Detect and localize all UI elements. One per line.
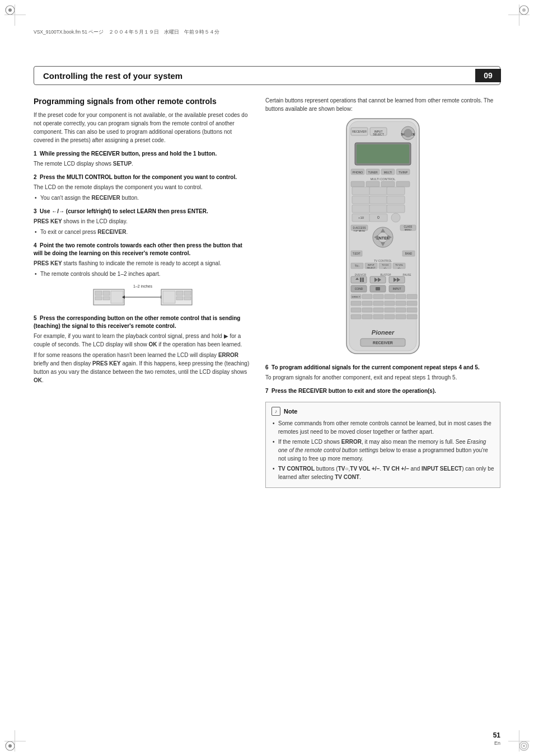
note-title: ♪ Note (271, 407, 494, 416)
step-5-heading: 5 Press the corresponding button on the … (34, 314, 252, 330)
note-icon: ♪ (271, 407, 280, 416)
step-2-heading: 2 Press the MULTI CONTROL button for the… (34, 173, 252, 181)
svg-rect-55 (366, 181, 380, 187)
chapter-badge: 09 (475, 69, 501, 82)
page-title: Controlling the rest of your system (43, 71, 182, 81)
svg-rect-57 (396, 181, 410, 187)
svg-rect-3 (15, 4, 15, 26)
svg-rect-7 (519, 4, 519, 26)
svg-rect-131 (362, 294, 372, 299)
svg-text:PAUSE: PAUSE (403, 274, 411, 276)
page-number: 51 (493, 731, 500, 739)
svg-rect-137 (362, 301, 372, 306)
svg-rect-151 (385, 314, 395, 319)
step-3-heading: 3 Use ←/→ (cursor left/right) to select … (34, 208, 252, 215)
svg-rect-153 (407, 314, 417, 319)
svg-text:BAND: BAND (405, 252, 413, 255)
svg-text:BL/STOP: BL/STOP (381, 274, 391, 276)
svg-point-42 (404, 129, 412, 137)
svg-rect-56 (381, 181, 395, 187)
corner-decoration-tr (508, 4, 530, 26)
step-5-body-1: For example, if you want to learn the pl… (34, 332, 252, 349)
svg-text:0: 0 (377, 215, 380, 219)
svg-rect-67 (352, 196, 370, 204)
svg-text:DIRECT: DIRECT (352, 295, 360, 298)
svg-text:COND: COND (355, 287, 363, 290)
svg-rect-140 (396, 301, 406, 306)
svg-rect-32 (184, 297, 191, 300)
svg-rect-134 (396, 294, 406, 299)
step-2-bullet-1: You can't assign the RECEIVER button. (34, 194, 252, 202)
svg-rect-31 (184, 291, 191, 295)
section-intro: If the preset code for your component is… (34, 111, 252, 144)
step-5-body-2: If for some reasons the operation hasn't… (34, 351, 252, 384)
svg-rect-19 (95, 297, 102, 300)
svg-rect-61 (352, 187, 370, 195)
svg-text:ENTER: ENTER (376, 236, 390, 240)
svg-rect-16 (519, 730, 519, 752)
right-column: Certain buttons represent operations tha… (265, 96, 500, 722)
svg-point-80 (391, 213, 400, 222)
svg-text:1–2 inches: 1–2 inches (133, 284, 152, 288)
svg-rect-29 (176, 291, 183, 295)
svg-rect-21 (103, 297, 110, 300)
svg-text:INPUT: INPUT (393, 287, 401, 290)
svg-text:TV○: TV○ (355, 265, 360, 267)
page-lang: En (494, 740, 500, 746)
svg-rect-126 (376, 287, 380, 290)
svg-rect-54 (351, 181, 364, 187)
section-title: Programming signals from other remote co… (34, 96, 252, 106)
svg-rect-132 (373, 294, 383, 299)
svg-rect-11 (15, 730, 15, 752)
svg-rect-133 (385, 294, 395, 299)
svg-text:T.EDIT: T.EDIT (353, 252, 360, 255)
step-2-body: The LCD on the remote displays the compo… (34, 183, 252, 191)
svg-rect-136 (351, 301, 361, 306)
step-3-body: PRES KEY shows in the LCD display. (34, 217, 252, 226)
svg-rect-74 (369, 205, 387, 213)
svg-rect-69 (387, 196, 405, 204)
svg-text:SELECT: SELECT (367, 266, 376, 269)
svg-rect-143 (362, 308, 372, 312)
svg-rect-63 (387, 187, 405, 195)
svg-rect-141 (407, 301, 417, 306)
note-bullet-1: Some commands from other remote controls… (271, 419, 494, 436)
step-1-heading: 1 While pressing the RECEIVER button, pr… (34, 150, 252, 158)
svg-text:+/–: +/– (383, 266, 387, 269)
svg-rect-20 (103, 291, 110, 295)
svg-rect-118 (362, 278, 364, 282)
note-box: ♪ Note Some commands from other remote c… (265, 402, 500, 488)
corner-decoration-bl (4, 730, 26, 752)
header-bar: Controlling the rest of your system 09 (34, 66, 500, 85)
step-4-body: PRES KEY starts flashing to indicate the… (34, 259, 252, 267)
svg-rect-147 (407, 308, 417, 312)
svg-rect-149 (362, 314, 372, 319)
svg-point-9 (8, 744, 12, 748)
svg-rect-62 (369, 187, 387, 195)
remote-image-container: RECEIVER INPUT SELECT SOURCE PHONO TUNER… (265, 118, 500, 358)
svg-rect-117 (360, 278, 362, 282)
note-bullet-3: TV CONTROL buttons (TV○,TV VOL +/–. TV C… (271, 464, 494, 481)
svg-text:TUNER: TUNER (368, 171, 378, 174)
svg-text:RECEIVER: RECEIVER (373, 341, 393, 345)
svg-rect-22 (111, 291, 123, 303)
svg-text:MULTI: MULTI (384, 171, 392, 174)
remote-svg: RECEIVER INPUT SELECT SOURCE PHONO TUNER… (330, 118, 436, 358)
svg-rect-68 (369, 196, 387, 204)
svg-rect-18 (95, 291, 102, 295)
corner-decoration-br (508, 730, 530, 752)
svg-rect-30 (176, 297, 183, 300)
left-column: Programming signals from other remote co… (34, 96, 252, 722)
svg-text:DVD/VCR: DVD/VCR (355, 274, 367, 276)
step-4-bullet-1: The remote controls should be 1–2 inches… (34, 270, 252, 278)
step-6-heading: 6 To program additional signals for the … (265, 364, 500, 372)
step-6-body: To program signals for another component… (265, 373, 500, 382)
svg-point-14 (523, 745, 525, 747)
remote-illustration: 1–2 inches (34, 284, 252, 309)
step-1-body: The remote LCD display shows SETUP. (34, 159, 252, 168)
svg-rect-135 (407, 294, 417, 299)
main-content: Programming signals from other remote co… (34, 96, 500, 722)
svg-point-5 (522, 8, 526, 12)
right-col-intro: Certain buttons represent operations tha… (265, 96, 500, 113)
step-7-heading: 7 Press the RECEIVER button to exit and … (265, 387, 500, 395)
